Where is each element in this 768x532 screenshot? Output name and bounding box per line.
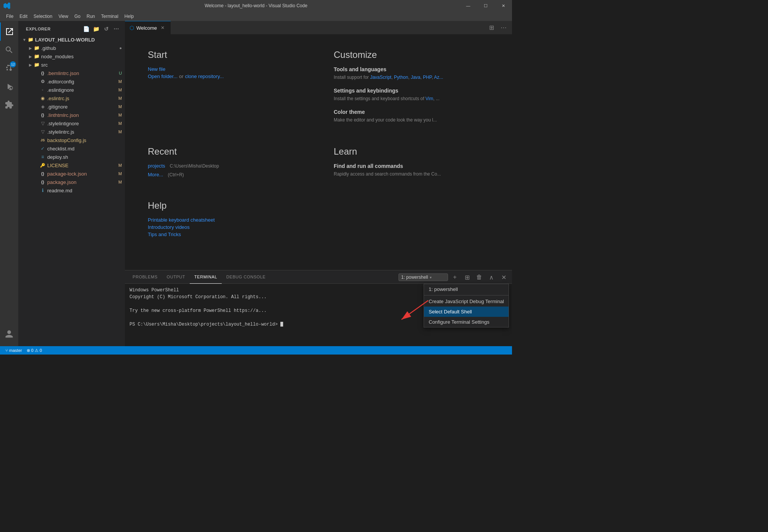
close-button[interactable]: ✕ bbox=[494, 0, 512, 11]
tree-root-folder[interactable]: ▼ 📁 LAYOUT_HELLO-WORLD bbox=[18, 35, 125, 44]
tips-tricks-link[interactable]: Tips and Tricks bbox=[148, 232, 303, 237]
tree-item-stylelintrc[interactable]: ▶ ▽ .stylelintrc.js M bbox=[18, 128, 125, 136]
tree-item-package[interactable]: ▶ {} package.json M bbox=[18, 178, 125, 186]
file-name-backstop: backstopConfig.js bbox=[47, 137, 125, 143]
tree-item-node-modules[interactable]: ▶ 📁 node_modules bbox=[18, 52, 125, 61]
python-link[interactable]: Python bbox=[394, 75, 408, 80]
help-title: Help bbox=[148, 200, 303, 211]
explorer-activity-icon[interactable] bbox=[0, 22, 18, 41]
menu-go[interactable]: Go bbox=[71, 13, 83, 20]
dropdown-create-js-debug[interactable]: Create JavaScript Debug Terminal bbox=[424, 296, 509, 307]
tree-item-github[interactable]: ▶ 📁 .github ● bbox=[18, 44, 125, 52]
learn-title: Learn bbox=[334, 146, 489, 157]
tab-welcome[interactable]: ⬡ Welcome ✕ bbox=[125, 21, 171, 34]
tree-item-backstop[interactable]: ▶ JS backstopConfig.js bbox=[18, 136, 125, 144]
folder-icon-github: 📁 bbox=[34, 45, 40, 51]
refresh-icon[interactable]: ↺ bbox=[102, 25, 110, 33]
tree-item-bemlintrc[interactable]: ▶ {} .bemlintrc.json U bbox=[18, 69, 125, 77]
errors-status[interactable]: ⊗ 0 ⚠ 0 bbox=[24, 348, 44, 353]
tree-item-stylelintignore[interactable]: ▶ ▽ .stylelintignore M bbox=[18, 119, 125, 128]
settings-keybindings-desc: Install the settings and keyboard shortc… bbox=[334, 96, 489, 101]
sidebar: Explorer 📄 📁 ↺ ⋯ ▼ 📁 LAYOUT_HELLO-WORLD … bbox=[18, 21, 125, 346]
git-status-eslintrc: M bbox=[118, 96, 122, 101]
tree-item-eslintignore[interactable]: ▶ ◦ .eslintignore M bbox=[18, 86, 125, 94]
more-shortcut: (Ctrl+R) bbox=[168, 172, 184, 177]
tools-languages-desc: Install support for JavaScript, Python, … bbox=[334, 75, 489, 80]
tree-item-readme[interactable]: ▶ ℹ readme.md bbox=[18, 186, 125, 195]
js-link[interactable]: JavaScript bbox=[370, 75, 391, 80]
file-name-package: package.json bbox=[47, 179, 125, 185]
file-name-package-lock: package-lock.json bbox=[47, 171, 125, 177]
split-terminal-button[interactable]: ⊞ bbox=[462, 272, 472, 283]
new-folder-icon[interactable]: 📁 bbox=[92, 25, 101, 33]
git-status-bemlintrc: U bbox=[119, 71, 122, 75]
menu-selection[interactable]: Selection bbox=[30, 13, 55, 20]
learn-section: Learn Find and run all commands Rapidly … bbox=[334, 146, 489, 185]
find-run-desc: Rapidly access and search commands from … bbox=[334, 171, 489, 177]
more-link[interactable]: More... bbox=[148, 172, 163, 177]
php-link[interactable]: PHP bbox=[423, 75, 432, 80]
clone-repo-link[interactable]: clone repository... bbox=[185, 73, 224, 79]
maximize-button[interactable]: ☐ bbox=[477, 0, 494, 11]
dropdown-powershell[interactable]: 1: powershell bbox=[424, 284, 509, 294]
extensions-activity-icon[interactable] bbox=[0, 96, 18, 114]
tree-item-license[interactable]: ▶ 🔑 LICENSE M bbox=[18, 161, 125, 169]
maximize-panel-button[interactable]: ∧ bbox=[486, 272, 497, 283]
color-theme-desc: Make the editor and your code look the w… bbox=[334, 117, 489, 123]
menu-help[interactable]: Help bbox=[122, 13, 137, 20]
tools-languages-block: Tools and languages Install support for … bbox=[334, 66, 489, 80]
menu-terminal[interactable]: Terminal bbox=[98, 13, 121, 20]
source-control-activity-icon[interactable]: 12 bbox=[0, 59, 18, 77]
projects-link[interactable]: projects bbox=[148, 163, 165, 169]
menu-edit[interactable]: Edit bbox=[16, 13, 30, 20]
tab-bar: ⬡ Welcome ✕ ⊞ ⋯ bbox=[125, 21, 512, 34]
open-folder-link[interactable]: Open folder... bbox=[148, 73, 178, 79]
file-name-deploy: deploy.sh bbox=[47, 154, 125, 160]
java-link[interactable]: Java bbox=[411, 75, 420, 80]
dropdown-configure-settings[interactable]: Configure Terminal Settings bbox=[424, 317, 509, 327]
menu-file[interactable]: File bbox=[3, 13, 16, 20]
collapse-arrow: ▶ bbox=[27, 45, 34, 51]
tree-item-eslintrc[interactable]: ▶ ◉ .eslintrc.js M bbox=[18, 94, 125, 102]
tree-item-gitignore[interactable]: ▶ ◈ .gitignore M bbox=[18, 102, 125, 111]
az-link[interactable]: Az... bbox=[434, 75, 443, 80]
close-panel-button[interactable]: ✕ bbox=[498, 272, 509, 283]
git-branch-status[interactable]: ⑂ master bbox=[3, 348, 24, 353]
tab-output[interactable]: OUTPUT bbox=[162, 270, 190, 284]
tab-terminal[interactable]: TERMINAL bbox=[190, 270, 222, 284]
search-activity-icon[interactable] bbox=[0, 41, 18, 59]
new-file-icon[interactable]: 📄 bbox=[82, 25, 91, 33]
tree-item-src[interactable]: ▶ 📁 src bbox=[18, 61, 125, 69]
tab-close-button[interactable]: ✕ bbox=[159, 24, 166, 31]
collapse-all-icon[interactable]: ⋯ bbox=[112, 25, 120, 33]
tree-item-editorconfig[interactable]: ▶ ⚙ .editorconfig M bbox=[18, 77, 125, 86]
tree-item-linthtmlrc[interactable]: ▶ {} .linthtmlrc.json M bbox=[18, 111, 125, 119]
file-icon-eslintrc: ◉ bbox=[40, 95, 46, 101]
new-terminal-button[interactable]: + bbox=[450, 272, 460, 283]
split-editor-button[interactable]: ⊞ bbox=[486, 22, 497, 33]
kill-terminal-button[interactable]: 🗑 bbox=[474, 272, 485, 283]
vim-link[interactable]: Vim bbox=[426, 96, 433, 101]
more-actions-button[interactable]: ⋯ bbox=[498, 22, 509, 33]
menu-run[interactable]: Run bbox=[83, 13, 98, 20]
new-file-link[interactable]: New file bbox=[148, 66, 303, 72]
tree-item-package-lock[interactable]: ▶ {} package-lock.json M bbox=[18, 169, 125, 178]
dropdown-select-default-shell[interactable]: Select Default Shell bbox=[424, 307, 509, 317]
introductory-videos-link[interactable]: Introductory videos bbox=[148, 224, 303, 230]
tree-item-deploy[interactable]: ▶ ≡ deploy.sh bbox=[18, 153, 125, 161]
tab-debug-console[interactable]: DEBUG CONSOLE bbox=[222, 270, 270, 284]
keyboard-cheatsheet-link[interactable]: Printable keyboard cheatsheet bbox=[148, 217, 303, 223]
or-text: or bbox=[179, 73, 184, 79]
tab-problems[interactable]: PROBLEMS bbox=[128, 270, 162, 284]
menu-view[interactable]: View bbox=[55, 13, 71, 20]
welcome-page: Start New file Open folder... or clone r… bbox=[125, 34, 512, 270]
tree-item-checklist[interactable]: ▶ ✓ checklist.md bbox=[18, 144, 125, 153]
account-activity-icon[interactable] bbox=[0, 325, 18, 343]
terminal-selector[interactable]: 1: powershell ▾ bbox=[398, 273, 448, 281]
sidebar-title: Explorer bbox=[26, 27, 51, 31]
terminal-selector-arrow: ▾ bbox=[430, 275, 432, 280]
folder-icon-src: 📁 bbox=[34, 62, 40, 68]
git-status-gitignore: M bbox=[118, 104, 122, 109]
run-activity-icon[interactable]: ▶ bbox=[0, 77, 18, 96]
minimize-button[interactable]: — bbox=[459, 0, 477, 11]
